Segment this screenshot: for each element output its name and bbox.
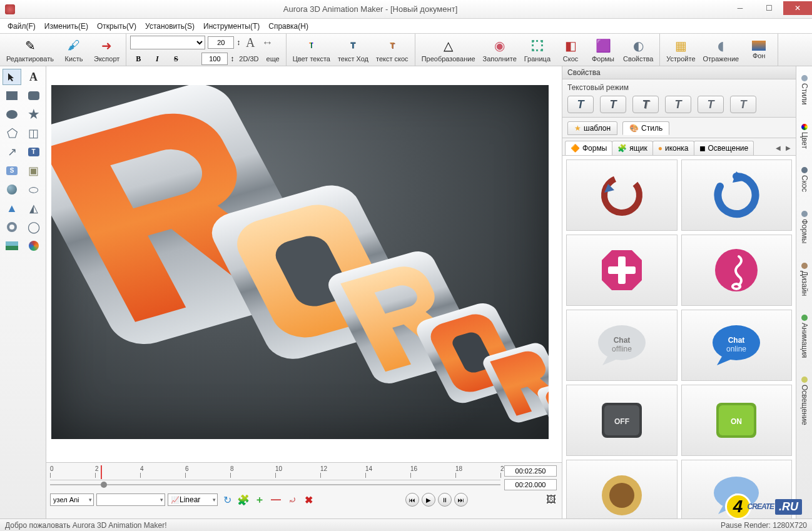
side-tab-design[interactable]: Дизайн bbox=[799, 259, 810, 300]
shapes-button[interactable]: 🟪Формы bbox=[588, 34, 618, 66]
ellipse-tool[interactable] bbox=[3, 106, 21, 123]
tab-template[interactable]: ★шаблон bbox=[567, 121, 617, 135]
tube-tool[interactable]: ◯ bbox=[24, 219, 43, 235]
tab-style[interactable]: 🎨Стиль bbox=[622, 121, 669, 135]
cone-tool[interactable]: ▲ bbox=[3, 200, 21, 216]
text-stroke-button[interactable]: Tтекст Ход bbox=[335, 34, 371, 66]
text-mode-6[interactable]: T bbox=[730, 96, 756, 113]
font-combo[interactable] bbox=[130, 36, 205, 49]
cat-prev[interactable]: ◀ bbox=[773, 143, 783, 153]
text-tool[interactable]: A bbox=[24, 69, 43, 85]
shape-pink-plus[interactable] bbox=[566, 235, 678, 306]
italic-button[interactable]: I bbox=[149, 51, 165, 67]
cat-icon[interactable]: ●иконка bbox=[652, 141, 694, 155]
goto-start[interactable]: ⏮ bbox=[405, 493, 419, 507]
transform-button[interactable]: △Преобразование bbox=[419, 34, 478, 66]
node-combo[interactable]: узел Ani bbox=[50, 493, 94, 506]
cylinder-tool[interactable]: ⬭ bbox=[24, 181, 43, 198]
text-mode-4[interactable]: T bbox=[665, 96, 691, 113]
spin-icon[interactable]: ↕ bbox=[236, 38, 240, 47]
cat-box[interactable]: 🧩ящик bbox=[612, 141, 652, 155]
pause-button[interactable]: ⏸ bbox=[438, 493, 452, 507]
playhead[interactable] bbox=[101, 465, 102, 479]
text-bevel-button[interactable]: Tтекст скос bbox=[373, 34, 411, 66]
easing-combo[interactable]: 📈 Linear bbox=[168, 493, 218, 506]
minus-icon[interactable]: — bbox=[269, 493, 283, 506]
sphere-tool[interactable] bbox=[3, 181, 21, 198]
text-a-icon[interactable]: A bbox=[243, 36, 258, 49]
cube-tool[interactable]: ◫ bbox=[24, 125, 43, 141]
menu-setup[interactable]: Установить(S) bbox=[141, 21, 198, 32]
box-tool[interactable]: ▣ bbox=[24, 163, 43, 179]
timeline-slider[interactable] bbox=[50, 484, 500, 485]
font-size-a[interactable]: 20 bbox=[208, 36, 234, 49]
background-button[interactable]: Фон bbox=[744, 34, 774, 66]
slider-knob[interactable] bbox=[101, 482, 107, 488]
star-tool[interactable]: ★ bbox=[24, 106, 43, 123]
strike-button[interactable]: S bbox=[168, 51, 184, 67]
shape-off-button[interactable]: OFF bbox=[566, 385, 678, 456]
s-tool[interactable]: S bbox=[3, 163, 21, 179]
bevel-button[interactable]: ◧Скос bbox=[556, 34, 586, 66]
shape-on-button[interactable]: ON bbox=[681, 385, 793, 456]
reflect-button[interactable]: ◖Отражение bbox=[701, 34, 742, 66]
bold-button[interactable]: B bbox=[130, 51, 146, 67]
menu-view[interactable]: Открыть(V) bbox=[93, 21, 140, 32]
play-button[interactable]: ▶ bbox=[422, 493, 435, 507]
key-icon[interactable]: ⤾ bbox=[285, 493, 299, 506]
export-button[interactable]: ➜Экспорт bbox=[91, 34, 122, 66]
fill-button[interactable]: ◉Заполните bbox=[480, 34, 519, 66]
more-link[interactable]: еще bbox=[264, 54, 282, 64]
pentagon-tool[interactable]: ⬠ bbox=[3, 125, 21, 141]
pointer-tool[interactable] bbox=[3, 69, 21, 85]
spin-icon-2[interactable]: ↕ bbox=[230, 54, 234, 63]
font-size-b[interactable]: 100 bbox=[201, 53, 228, 65]
cat-shapes[interactable]: 🔶Формы bbox=[565, 141, 612, 155]
arrange-button[interactable]: ▦Устройте bbox=[664, 34, 698, 66]
toggle-2d3d[interactable]: 2D/3D bbox=[236, 54, 261, 64]
side-tab-bevel[interactable]: Скос bbox=[799, 163, 810, 196]
prism-tool[interactable]: ◭ bbox=[24, 200, 43, 216]
border-button[interactable]: Граница bbox=[522, 34, 553, 66]
shape-chat-online[interactable]: Chatonline bbox=[681, 310, 793, 381]
arrow-icon[interactable]: ↔ bbox=[260, 36, 274, 49]
menu-edit[interactable]: Изменить(E) bbox=[41, 21, 92, 32]
side-tab-shapes[interactable]: Формы bbox=[799, 207, 810, 247]
side-tab-animation[interactable]: Анимация bbox=[799, 311, 810, 362]
refresh-icon[interactable]: ↻ bbox=[220, 493, 234, 506]
side-tab-styles[interactable]: Стили bbox=[799, 71, 810, 109]
cat-next[interactable]: ▶ bbox=[783, 143, 793, 153]
canvas-scroll[interactable] bbox=[46, 66, 562, 462]
close-button[interactable]: ✕ bbox=[783, 1, 812, 15]
goto-end[interactable]: ⏭ bbox=[454, 493, 468, 507]
time-total[interactable]: 00:20.000 bbox=[504, 479, 557, 490]
snapshot-icon[interactable]: 🖼 bbox=[544, 493, 558, 506]
text3d-tool[interactable]: T bbox=[24, 144, 43, 160]
cat-light[interactable]: ◼Освещение bbox=[694, 141, 754, 155]
plus-icon[interactable]: ＋ bbox=[253, 493, 266, 506]
animation-combo[interactable] bbox=[96, 493, 165, 506]
shape-blue-arrow-ring[interactable] bbox=[681, 159, 793, 231]
add-key-icon[interactable]: 🧩 bbox=[236, 493, 250, 506]
shape-chat-offline[interactable]: Chatoffline bbox=[566, 310, 678, 381]
arrow-tool[interactable]: ↗ bbox=[3, 144, 21, 160]
image-tool[interactable] bbox=[3, 238, 21, 254]
rect-tool[interactable] bbox=[3, 88, 21, 104]
text-mode-3[interactable]: T bbox=[632, 96, 659, 113]
text-color-button[interactable]: TЦвет текста bbox=[290, 34, 333, 66]
text-mode-1[interactable]: T bbox=[567, 96, 594, 113]
side-tab-light[interactable]: Освещение bbox=[799, 373, 810, 429]
time-current[interactable]: 00:02.250 bbox=[504, 465, 557, 477]
torus-tool[interactable] bbox=[3, 219, 21, 235]
shape-badge-puzzle[interactable] bbox=[566, 460, 678, 518]
particle-tool[interactable] bbox=[24, 238, 43, 254]
properties-button[interactable]: ◐Свойства bbox=[621, 34, 656, 66]
roundrect-tool[interactable] bbox=[24, 88, 43, 104]
menu-tools[interactable]: Инструменты(T) bbox=[200, 21, 263, 32]
delete-icon[interactable]: ✖ bbox=[302, 493, 315, 506]
minimize-button[interactable]: ─ bbox=[726, 1, 754, 15]
maximize-button[interactable]: ☐ bbox=[754, 1, 783, 15]
menu-help[interactable]: Справка(H) bbox=[265, 21, 312, 32]
shape-pink-music[interactable] bbox=[681, 235, 793, 306]
canvas-3d-view[interactable] bbox=[51, 85, 549, 439]
